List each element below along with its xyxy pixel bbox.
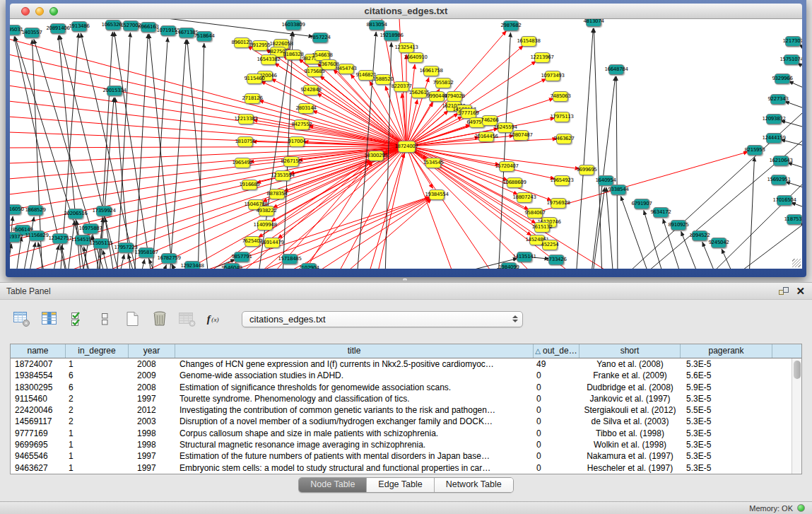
graph-node[interactable]: 1562615 [411,88,427,98]
graph-node[interactable]: 8267150 [283,156,299,167]
graph-node[interactable]: 9546049 [224,263,240,269]
graph-node[interactable]: 9463627 [556,134,572,144]
graph-node[interactable]: 16033809 [286,20,301,30]
new-table-icon[interactable] [123,310,141,328]
graph-node[interactable]: 19756928 [551,198,566,209]
graph-node[interactable]: 16640910 [408,52,423,63]
graph-node[interactable]: 9115460 [247,74,262,84]
table-row[interactable]: 977716911998Corpus callosum shape and si… [11,428,792,439]
show-columns-icon[interactable] [40,310,59,328]
graph-node[interactable]: 19384554 [429,189,445,200]
memory-status-icon[interactable] [797,504,805,512]
graph-node[interactable]: 6791907 [634,199,649,209]
graph-node[interactable]: 7625402 [245,236,260,247]
graph-node[interactable]: 9329966 [775,74,790,84]
graph-node[interactable]: 1527002 [123,21,139,31]
table-settings-icon[interactable] [13,310,31,328]
graph-node[interactable]: 8813054 [369,20,384,30]
graph-node[interactable]: 8960123 [234,37,249,48]
tab-node-table[interactable]: Node Table [299,478,367,492]
graph-node[interactable]: 17359924 [96,206,112,216]
graph-node[interactable]: 17957223 [118,243,134,253]
graph-node[interactable]: 18300295 [368,151,384,161]
panel-splitter[interactable] [0,277,812,282]
graph-node[interactable]: 20015334 [107,86,122,96]
graph-node[interactable]: 9242848 [303,85,319,95]
graph-node[interactable]: 17975113 [554,112,570,122]
unselect-columns-icon[interactable] [95,310,114,328]
graph-node[interactable]: 18807243 [517,192,532,203]
graph-node[interactable]: 1913486 [71,21,87,32]
table-row[interactable]: 1456911722003Disruption of a novel membe… [11,416,792,427]
graph-node[interactable]: 1810755 [237,136,253,147]
graph-node[interactable]: 19654923 [554,175,570,186]
graph-node[interactable]: 15720407 [499,161,514,172]
graph-node[interactable]: 7518644 [196,31,212,42]
graph-node[interactable]: 19218986 [384,30,399,41]
graph-node[interactable]: 9990444 [429,91,445,102]
table-row[interactable]: 1872400712008Changes of HCN gene express… [11,358,792,370]
graph-node[interactable]: 12093832 [766,114,782,124]
graph-node[interactable]: 12342757 [52,233,68,244]
table-row[interactable]: 1830029562008Estimation of significance … [11,382,792,393]
graph-node[interactable]: 11409948 [257,220,273,230]
graph-node[interactable]: 16648784 [608,64,624,75]
vertical-scrollbar[interactable] [792,358,801,474]
graph-node[interactable]: 9146821 [358,70,374,81]
graph-node[interactable]: 8220377 [394,81,409,92]
graph-node[interactable]: 1187533 [787,214,802,225]
graph-node[interactable]: 8427552 [294,119,310,130]
graph-node[interactable]: 10973493 [545,71,560,81]
graph-node[interactable]: 16543382 [261,54,276,65]
graph-node[interactable]: 1916685 [242,180,257,190]
graph-node[interactable]: 9245042 [711,238,726,248]
graph-node[interactable]: 12213383 [238,114,254,124]
graph-node[interactable]: 1733426 [548,255,564,265]
graph-node[interactable]: 2987682 [503,21,519,31]
graph-node[interactable]: 1534545 [425,158,441,168]
graph-node[interactable]: 14135141 [517,252,532,262]
column-header-out_de[interactable]: △out_de… [534,344,579,358]
graph-node[interactable]: 1640954 [598,175,613,186]
graph-node[interactable]: 15692951 [771,175,787,185]
graph-node[interactable]: 16210643 [773,156,789,166]
column-header-name[interactable]: name [11,344,66,358]
graph-node[interactable]: 8215953 [747,145,763,156]
graph-node[interactable]: 8878354 [269,189,285,199]
graph-node[interactable]: 12325413 [399,42,414,53]
graph-node[interactable]: 9338544 [611,185,626,195]
graph-node[interactable]: 10975887 [83,223,98,234]
float-panel-icon[interactable] [779,287,789,296]
column-header-short[interactable]: short [579,344,681,358]
graph-node[interactable]: 8910925 [671,220,686,230]
function-builder-icon[interactable]: f(x) [206,310,224,328]
graph-node[interactable]: 17016504 [777,195,792,206]
graph-node[interactable]: 1217307 [785,36,801,47]
graph-node[interactable]: 15751074 [784,54,799,65]
graph-node[interactable]: 7857224 [312,33,328,43]
network-canvas[interactable]: 9695031140355720891406191348610653267152… [10,19,802,269]
column-header-in_degree[interactable]: in_degree [66,344,129,358]
graph-node[interactable]: 9584067 [527,208,543,218]
graph-node[interactable]: 7955812 [435,78,451,88]
graph-node[interactable]: 10719155 [160,25,176,36]
table-row[interactable]: 946554611997Estimation of the future num… [11,450,792,462]
tab-network-table[interactable]: Network Table [435,478,513,492]
graph-node[interactable]: 2718126 [245,93,260,104]
graph-node[interactable]: 3919377 [10,232,20,243]
graph-node[interactable]: 8454743 [339,64,354,74]
graph-node[interactable]: 1094522 [692,230,707,241]
graph-node[interactable]: 9857791 [234,252,249,262]
table-row[interactable]: 2242004622012Investigating the contribut… [11,404,792,416]
graph-node[interactable]: 9699695 [579,165,594,175]
graph-node[interactable]: 9175685 [307,66,322,77]
graph-node[interactable]: 12213967 [534,52,550,63]
column-header-year[interactable]: year [129,344,175,358]
graph-node[interactable]: 2803144 [298,103,314,114]
graph-node[interactable]: 8912955 [252,40,268,51]
graph-node[interactable]: 9227343 [770,94,786,105]
graph-node[interactable]: 15718485 [282,254,298,264]
graph-node[interactable]: 4938222 [259,206,274,216]
graph-node[interactable]: 1615132 [534,222,550,233]
table-row[interactable]: 969969511998Structural magnetic resonanc… [11,439,792,450]
